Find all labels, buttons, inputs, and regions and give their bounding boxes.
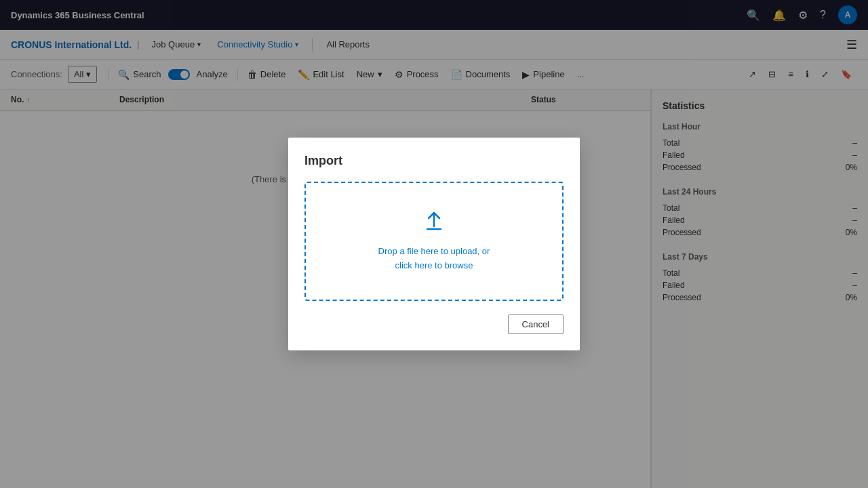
modal-overlay[interactable]: Import Drop a file here to upload, or cl… bbox=[0, 0, 868, 488]
import-modal: Import Drop a file here to upload, or cl… bbox=[288, 138, 580, 351]
modal-actions: Cancel bbox=[304, 314, 564, 334]
drop-zone[interactable]: Drop a file here to upload, or click her… bbox=[304, 182, 564, 302]
cancel-button[interactable]: Cancel bbox=[508, 314, 564, 334]
upload-arrow-icon bbox=[319, 210, 549, 237]
drop-zone-text: Drop a file here to upload, or click her… bbox=[319, 245, 549, 273]
modal-title: Import bbox=[304, 154, 564, 168]
